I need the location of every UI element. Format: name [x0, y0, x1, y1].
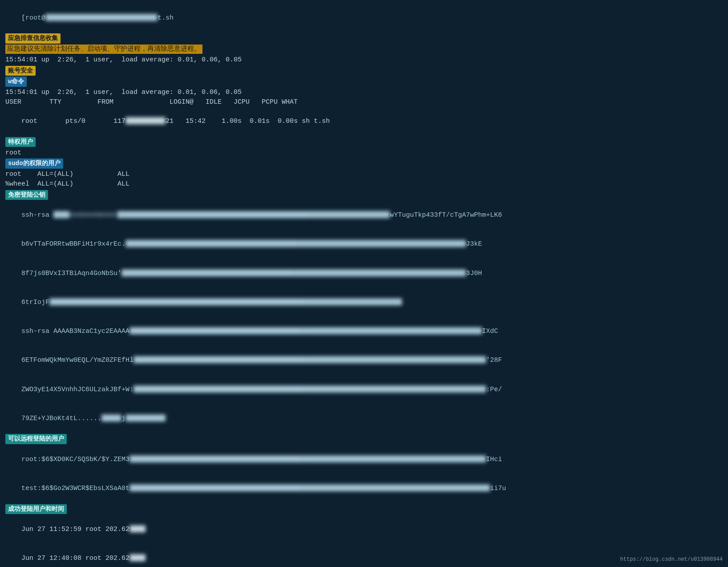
ssh-key7-text: ZWO3yE14X5VnhhJC6ULzakJBf+W:	[21, 386, 133, 393]
sudo-badge-line: sudo的权限的用户	[5, 158, 723, 169]
ssh-key7-suffix: :Pe/	[486, 386, 502, 393]
ssh-key2-blurred: ████████████████████████████████████████…	[125, 239, 466, 249]
section1-badge-line: 应急排查信息收集	[5, 33, 723, 44]
ssh-key4-text: 6trIojF	[21, 299, 49, 306]
uptime-line2: 15:54:01 up 2:26, 1 user, load average: …	[5, 88, 723, 97]
ssh-key3: 8f7js0BVxI3TBiAqn4GoNbSu'███████████████…	[5, 259, 723, 288]
ssh-key3-blurred: ████████████████████████████████████████…	[121, 269, 466, 279]
remote-row1-suffix: IHci	[486, 456, 502, 463]
ssh-key5-suffix: IXdC	[482, 328, 498, 335]
table-row-blurred: ██████████	[125, 117, 166, 126]
ssh-key8-text: 79ZE+YJBoKt4tL......	[21, 415, 101, 422]
freekey-badge-line: 免密登陆公钥	[5, 190, 723, 200]
ssh-key2-suffix: J3kE	[466, 240, 482, 248]
table-header: USER TTY FROM LOGIN@ IDLE JCPU PCPU WHAT	[5, 97, 723, 107]
table-row: root pts/0 117██████████21 15:42 1.00s 0…	[5, 107, 723, 136]
ssh-key2-text: b6vTTaFORRtwBBFiH1r9x4rEc.	[21, 240, 125, 248]
ssh-key6: 6ETFomWQkMmYw0EQL/YmZ0ZFEfHl████████████…	[5, 346, 723, 375]
ssh-key1-suffix: wYTuguTkp433fT/cTgA7wPhm+LK6	[390, 211, 502, 219]
prompt-line: [root@████████████████████████████t.sh	[5, 4, 723, 32]
ssh-key3-suffix: 3J0H	[466, 270, 482, 277]
sudo-row2: %wheel ALL=(ALL) ALL	[5, 179, 723, 189]
login-row-0-text: Jun 27 11:52:59 root 202.62	[21, 526, 129, 533]
ssh-key6-blurred: ████████████████████████████████████████…	[133, 356, 486, 365]
section1-badge: 应急排查信息收集	[5, 33, 61, 43]
remote-row1-blurred: ████████████████████████████████████████…	[129, 455, 486, 465]
login-row-1-text: Jun 27 12:40:08 root 202.62	[21, 555, 129, 562]
ssh-key5-prefix: ssh-rsa AAAAB3NzaC1yc2EAAAA	[21, 328, 129, 335]
ssh-key1: ssh-rsa ████AAADAAABAAAC████████████████…	[5, 201, 723, 230]
ssh-key8: 79ZE+YJBoKt4tL......█████j██████████	[5, 404, 723, 433]
prompt-hostname: ████████████████████████████	[45, 13, 158, 23]
privileged-badge: 特权用户	[5, 137, 36, 147]
warning-line: 应急建议先清除计划任务、启动项、守护进程，再清除恶意进程。	[5, 45, 723, 54]
ssh-key5: ssh-rsa AAAAB3NzaC1yc2EAAAA█████████████…	[5, 317, 723, 346]
login-row-0-blurred: ████	[129, 525, 146, 535]
sudo-badge: sudo的权限的用户	[5, 158, 63, 168]
table-row-prefix: root pts/0 117	[21, 117, 125, 125]
ssh-key6-suffix: '28F	[486, 356, 502, 364]
remote-row2-suffix: ii7u	[490, 485, 506, 492]
login-row-1-blurred: ████	[129, 554, 146, 563]
remote-row2-blurred: ████████████████████████████████████████…	[129, 484, 490, 494]
remote-row1-prefix: root:$6$XD0KC/SQSbK/$Y.ZEM3	[21, 456, 129, 463]
terminal-container: [root@████████████████████████████t.sh 应…	[5, 4, 723, 567]
remote-row2-prefix: test:$6$Go2W3WCR$EbsLXSaA0t	[21, 485, 129, 492]
ssh-key1-prefix: ssh-rsa	[21, 211, 53, 219]
uptime-line1: 15:54:01 up 2:26, 1 user, load average: …	[5, 55, 723, 65]
prompt-text: [root@	[21, 14, 45, 22]
ssh-key6-text: 6ETFomWQkMmYw0EQL/YmZ0ZFEfHl	[21, 356, 133, 364]
ssh-key8-blurred: █████	[101, 414, 121, 424]
privileged-badge-line: 特权用户	[5, 137, 723, 147]
remote-badge: 可以远程登陆的用户	[5, 434, 67, 444]
freekey-badge: 免密登陆公钥	[5, 190, 48, 200]
remote-badge-line: 可以远程登陆的用户	[5, 434, 723, 444]
prompt-cmd: t.sh	[158, 14, 174, 22]
account-badge: 账号安全	[5, 66, 36, 76]
sudo-row1: root ALL=(ALL) ALL	[5, 170, 723, 179]
privileged-user: root	[5, 148, 723, 158]
login-badge: 成功登陆用户和时间	[5, 504, 67, 514]
login-row-0: Jun 27 11:52:59 root 202.62████	[5, 515, 723, 544]
ssh-key2: b6vTTaFORRtwBBFiH1r9x4rEc.██████████████…	[5, 230, 723, 259]
ssh-key8-blurred2: ██████████	[125, 414, 166, 424]
remote-row1: root:$6$XD0KC/SQSbK/$Y.ZEM3█████████████…	[5, 445, 723, 474]
ssh-key1-blurred: ████AAADAAABAAAC████████████████████████…	[53, 211, 390, 220]
ssh-key7-blurred: ████████████████████████████████████████…	[133, 385, 486, 395]
login-row-1: Jun 27 12:40:08 root 202.62████	[5, 544, 723, 567]
table-row-suffix: 21 15:42 1.00s 0.01s 0.00s sh t.sh	[166, 117, 330, 125]
ssh-key4: 6trIojF█████████████████████████████████…	[5, 288, 723, 317]
ssh-key8-mid: j	[121, 415, 125, 422]
footer-link: https://blog.csdn.net/u013908944	[620, 556, 723, 563]
w-badge: w命令	[5, 77, 27, 86]
ssh-key7: ZWO3yE14X5VnhhJC6ULzakJBf+W:████████████…	[5, 375, 723, 404]
ssh-key3-text: 8f7js0BVxI3TBiAqn4GoNbSu'	[21, 270, 121, 277]
login-badge-line: 成功登陆用户和时间	[5, 504, 723, 514]
warning-text: 应急建议先清除计划任务、启动项、守护进程，再清除恶意进程。	[5, 45, 202, 54]
w-badge-line: w命令	[5, 77, 723, 87]
ssh-key5-blurred: ████████████████████████████████████████…	[129, 327, 482, 336]
ssh-key4-blurred: ████████████████████████████████████████…	[49, 298, 402, 308]
remote-row2: test:$6$Go2W3WCR$EbsLXSaA0t█████████████…	[5, 474, 723, 503]
account-badge-line: 账号安全	[5, 66, 723, 76]
